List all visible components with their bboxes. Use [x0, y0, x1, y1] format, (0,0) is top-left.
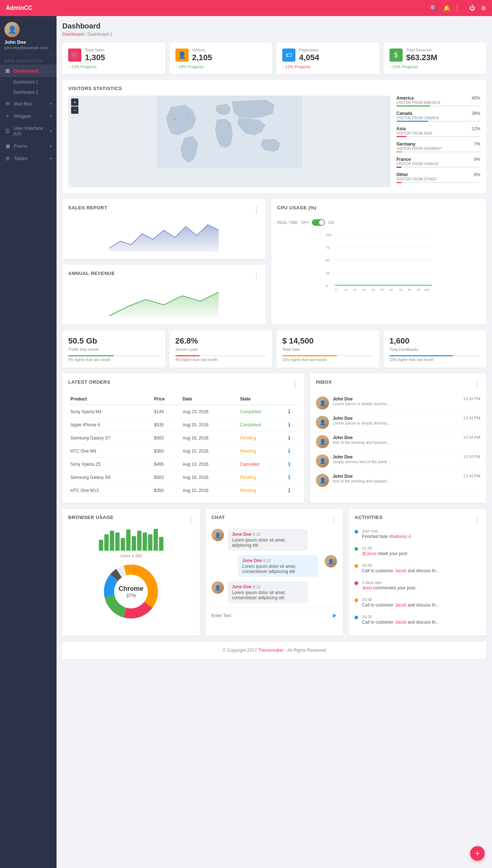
avatar: 👤	[316, 454, 329, 468]
table-row: Sony Xperia Z5 $495 Aug 13, 2016 Cancell…	[68, 458, 298, 471]
stat-label: Visitors	[192, 48, 212, 52]
browser-more[interactable]: ⋮	[187, 516, 194, 524]
activity-link[interactable]: @Jessi	[362, 551, 376, 556]
search-icon[interactable]: 🔍	[430, 5, 437, 12]
stat-card-visitors: 👤 Visitors 2,105 ↑ 18% Progress	[170, 43, 272, 74]
stat-progress: ↑ 13% Progress	[68, 65, 159, 69]
svg-text:70: 70	[399, 288, 402, 291]
cpu-realtime-toggle[interactable]	[312, 219, 325, 226]
cpu-toggle-row: REAL TIME OFF ON	[277, 219, 480, 226]
expand-icon: +	[49, 113, 52, 119]
cpu-usage-title: CPU USAGE (%)	[277, 205, 317, 210]
chat-sender: Jone Doe	[232, 532, 252, 537]
inbox-message: 👤 John Doe 13:34 PM text of the printing…	[316, 432, 480, 452]
activities-card: ACTIVITIES ⋮ Just now Finished task #fea…	[349, 509, 486, 636]
activities-more[interactable]: ⋮	[474, 516, 480, 524]
sales-report-title: SALES REPORT	[68, 205, 107, 210]
sidebar-item-mailbox[interactable]: ✉ Mail Box +	[0, 97, 57, 110]
realtime-label: REAL TIME	[277, 220, 298, 225]
chat-send-button[interactable]: ➤	[332, 612, 337, 620]
chat-text: Lorem ipsum dolor sit amet, adipiscing e…	[232, 538, 303, 548]
donut-brand: Chrome	[119, 585, 143, 593]
browser-bars	[68, 529, 194, 551]
activity-link[interactable]: #features 4.	[389, 534, 412, 539]
map-zoom-out[interactable]: −	[71, 106, 78, 114]
stat-label: Total Revenue	[406, 48, 438, 52]
chat-sender: Jone Doe	[242, 558, 262, 563]
donut-chart: Chrome 37%	[68, 562, 194, 621]
chat-input[interactable]	[212, 613, 329, 618]
status-badge: Pending	[238, 445, 286, 458]
flag-icon[interactable]: 🚩	[456, 5, 464, 12]
info-icon[interactable]: ℹ	[288, 422, 290, 428]
info-icon[interactable]: ℹ	[288, 461, 290, 467]
gear-icon[interactable]: ⚙	[481, 5, 486, 12]
map-zoom-in[interactable]: +	[71, 98, 78, 106]
status-badge: Pending	[238, 431, 286, 445]
sidebar-item-label: Forms	[14, 143, 27, 149]
sidebar-item-dashboard[interactable]: ⊞ Dashboard −	[0, 65, 57, 77]
metric-note: 4% higher than last month	[68, 358, 159, 362]
activity-link[interactable]: Jacob	[395, 602, 406, 608]
info-icon[interactable]: ℹ	[288, 487, 290, 493]
sidebar-item-forms[interactable]: ▣ Forms +	[0, 140, 57, 152]
chat-title: CHAT	[212, 515, 225, 520]
sidebar-item-dashboard2[interactable]: Dashboard 2	[0, 87, 57, 97]
svg-point-6	[256, 128, 257, 129]
activity-link[interactable]: Jessi	[362, 585, 372, 590]
svg-text:20: 20	[353, 288, 357, 291]
activity-item: 10:30 Call to customer Jacob and discuss…	[355, 615, 480, 625]
activity-item: 10:30 Call to customer Jacob and discuss…	[355, 597, 480, 609]
inbox-card: INBOX ⋮ 👤 John Doe 13:34 PM Lorem Ipsum …	[310, 373, 486, 503]
metric-value: 1,600	[390, 336, 481, 346]
info-icon[interactable]: ℹ	[288, 408, 290, 415]
activity-dot	[355, 530, 358, 534]
orders-more[interactable]: ⋮	[292, 380, 298, 388]
activity-link[interactable]: Jacob	[395, 620, 406, 625]
chat-avatar: 👤	[325, 555, 337, 567]
chat-more[interactable]: ⋮	[330, 516, 337, 524]
annual-revenue-more[interactable]: ⋮	[253, 272, 260, 280]
table-row: HTC One M9 $350 Aug 15, 2016 Pending ℹ	[68, 445, 298, 458]
sidebar-item-ui[interactable]: ☰ User Interface (UI) +	[0, 122, 57, 140]
top-nav-icons: 🔍 🔔 🚩 ⏻ ⚙	[430, 5, 486, 12]
activity-item: 10:30 Call to customer Jacob and discuss…	[355, 563, 480, 575]
svg-point-1	[174, 119, 176, 120]
chat-input-row: ➤	[212, 608, 337, 620]
stat-value: 2,105	[192, 53, 212, 62]
metric-label: Total Sale	[282, 347, 373, 352]
forms-icon: ▣	[4, 143, 11, 149]
inbox-message: 👤 John Doe 13:34 PM Lorem Ipsum is simpl…	[316, 394, 480, 413]
sidebar-item-dashboard1[interactable]: Dashboard 1	[0, 77, 57, 87]
col-state: State	[238, 394, 286, 405]
browser-usage-card: BROWSER USAGE ⋮ Users 6	[62, 509, 200, 636]
sidebar-email: john.doe@example.com	[4, 46, 52, 50]
world-map-svg	[68, 96, 391, 168]
power-icon[interactable]: ⏻	[469, 5, 475, 11]
table-row: Apple iPhone 6 $535 Aug 20, 2016 Complet…	[68, 418, 298, 431]
avatar: 👤	[316, 416, 329, 429]
sidebar-item-widgets[interactable]: ▪ Widgets +	[0, 110, 57, 122]
svg-point-5	[245, 124, 247, 125]
activity-link[interactable]: Jacob	[395, 568, 406, 573]
metric-note: 15% higher than last month	[282, 358, 373, 362]
revenue-chart	[68, 285, 260, 318]
info-icon[interactable]: ℹ	[288, 448, 290, 454]
fab-button[interactable]: +	[470, 846, 485, 861]
metric-value: 26.8%	[175, 336, 267, 346]
info-icon[interactable]: ℹ	[288, 474, 290, 480]
footer-brand-link[interactable]: Thememaker	[258, 648, 284, 653]
sales-report-more[interactable]: ⋮	[253, 206, 260, 214]
metric-value: 50.5 Gb	[68, 336, 159, 346]
avatar: 👤	[316, 435, 329, 448]
sidebar-item-tables[interactable]: ⊞ Tables +	[0, 152, 57, 164]
visitors-statistics-card: VISITORS STATISTICS + −	[62, 80, 486, 193]
breadcrumb-root[interactable]: Dashboard	[62, 32, 84, 37]
activity-dot	[355, 547, 358, 551]
info-icon[interactable]: ℹ	[288, 435, 290, 441]
stat-value: 4,054	[299, 53, 319, 62]
inbox-more[interactable]: ⋮	[474, 380, 480, 388]
stat-value: 1,305	[85, 53, 105, 62]
stat-value: $63.23M	[406, 53, 438, 62]
bell-icon[interactable]: 🔔	[443, 5, 450, 12]
